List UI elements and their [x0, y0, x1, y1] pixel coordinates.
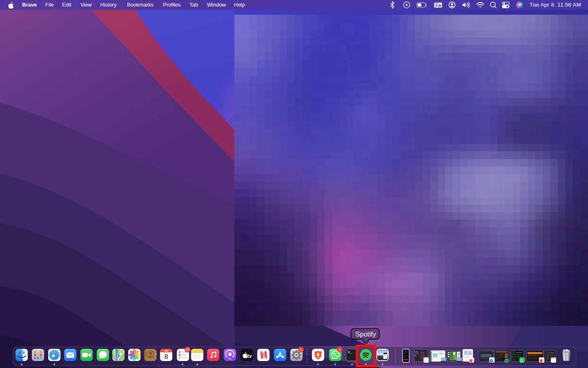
- svg-text:tv: tv: [247, 353, 252, 359]
- svg-text:8: 8: [164, 353, 168, 360]
- svg-text:APR: APR: [164, 350, 168, 352]
- svg-text:Spotify: Spotify: [355, 330, 376, 338]
